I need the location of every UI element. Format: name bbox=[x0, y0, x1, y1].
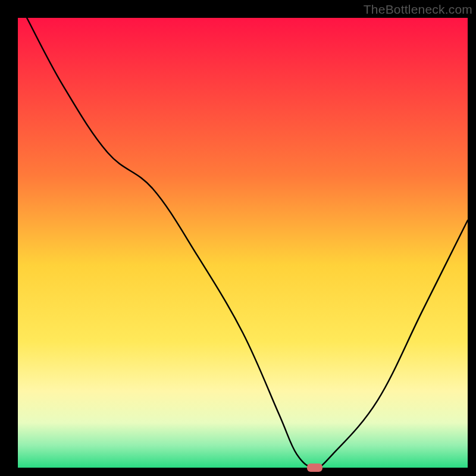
optimal-marker bbox=[307, 464, 322, 472]
chart-svg bbox=[0, 0, 476, 476]
watermark-text: TheBottleneck.com bbox=[364, 2, 472, 17]
plot-area bbox=[18, 18, 468, 468]
chart-container: TheBottleneck.com bbox=[0, 0, 476, 476]
